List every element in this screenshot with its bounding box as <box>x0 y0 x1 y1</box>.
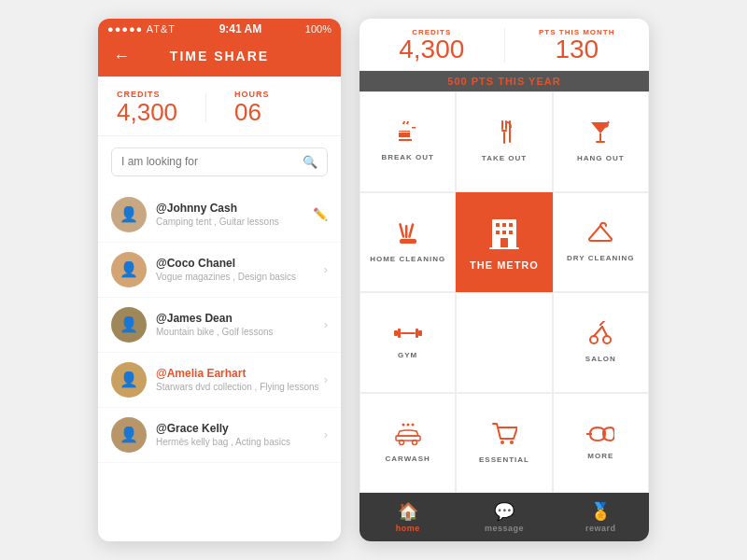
user-list: 👤 @Johnny Cash Camping tent , Guitar les… <box>98 188 341 541</box>
right-credits-stat: CREDITS 4,300 <box>359 28 504 63</box>
user-handle: @Amelia Earhart <box>156 367 324 380</box>
user-info: @Grace Kelly Hermès kelly bag , Acting b… <box>156 422 324 447</box>
svg-point-34 <box>402 423 404 426</box>
scissors-icon <box>589 321 612 349</box>
grid-item-homecleaning[interactable]: HOME CLEANING <box>359 192 456 293</box>
grid-item-essential[interactable]: ESSENTIAL <box>456 393 552 494</box>
homecleaning-label: HOME CLEANING <box>370 255 445 263</box>
hours-value: 06 <box>234 99 270 126</box>
message-icon: 💬 <box>494 501 514 522</box>
svg-rect-24 <box>398 329 401 338</box>
svg-rect-13 <box>400 239 416 244</box>
svg-line-30 <box>594 327 602 336</box>
takeout-label: TAKE OUT <box>482 154 527 162</box>
coffee-icon <box>397 121 419 147</box>
svg-line-32 <box>600 321 604 325</box>
nav-message-label: message <box>485 524 524 533</box>
user-handle: @Coco Chanel <box>156 257 324 270</box>
user-handle: @James Dean <box>156 312 324 325</box>
svg-line-31 <box>602 327 607 336</box>
nav-reward-label: reward <box>585 524 616 533</box>
svg-rect-6 <box>599 133 601 141</box>
avatar: 👤 <box>111 362 147 398</box>
more-icon <box>586 426 614 446</box>
grid-item-carwash[interactable]: CARWASH <box>359 393 456 494</box>
left-panel: ●●●●● AT&T 9:41 AM 100% ← TIME SHARE CRE… <box>98 19 341 541</box>
svg-rect-25 <box>401 332 416 334</box>
hours-stat: HOURS 06 <box>234 90 270 126</box>
svg-rect-36 <box>396 436 420 441</box>
cart-icon <box>491 422 517 450</box>
grid-item-salon[interactable]: SALON <box>553 292 649 393</box>
svg-point-38 <box>412 440 416 444</box>
stats-row: CREDITS 4,300 HOURS 06 <box>98 77 341 136</box>
svg-rect-0 <box>501 120 503 130</box>
grid-item-takeout[interactable]: TAKE OUT <box>456 91 552 192</box>
right-panel: CREDITS 4,300 PTS THIS MONTH 130 500 PTS… <box>359 19 649 541</box>
list-item[interactable]: 👤 @Coco Chanel Vogue magazines , Design … <box>98 243 341 298</box>
chevron-right-icon: › <box>324 427 328 441</box>
svg-point-39 <box>500 441 504 444</box>
cocktail-icon <box>589 120 612 148</box>
search-input[interactable] <box>121 155 303 168</box>
svg-rect-18 <box>496 231 500 234</box>
list-item[interactable]: 👤 @James Dean Mountain bike , Golf lesso… <box>98 298 341 353</box>
services-grid: BREAK OUT TAKE OUT <box>359 91 649 493</box>
list-item[interactable]: 👤 @Amelia Earhart Starwars dvd collectio… <box>98 353 341 408</box>
pts-text: PTS THIS YEAR <box>468 76 561 87</box>
svg-rect-7 <box>596 141 605 143</box>
grid-item-hangout[interactable]: HANG OUT <box>553 91 649 192</box>
carwash-icon <box>392 423 424 449</box>
chevron-right-icon: › <box>324 372 328 386</box>
status-time: 9:41 AM <box>219 22 262 35</box>
hangout-label: HANG OUT <box>577 154 625 162</box>
grid-item-more[interactable]: MORE <box>553 393 649 494</box>
avatar: 👤 <box>111 417 147 453</box>
breakout-label: BREAK OUT <box>381 153 434 161</box>
nav-home[interactable]: 🏠 home <box>359 493 456 541</box>
bottom-nav: 🏠 home 💬 message 🏅 reward <box>359 493 649 541</box>
svg-rect-27 <box>418 330 422 336</box>
svg-rect-11 <box>405 225 408 238</box>
stat-divider <box>205 93 206 122</box>
user-info: @Johnny Cash Camping tent , Guitar lesso… <box>156 202 313 227</box>
right-credits-value: 4,300 <box>359 36 504 63</box>
right-pts-stat: PTS THIS MONTH 130 <box>505 28 650 63</box>
user-desc: Vogue magazines , Design basics <box>156 272 324 282</box>
user-desc: Hermès kelly bag , Acting basics <box>156 437 324 447</box>
svg-rect-23 <box>394 330 398 336</box>
list-item[interactable]: 👤 @Johnny Cash Camping tent , Guitar les… <box>98 188 341 243</box>
user-desc: Starwars dvd collection , Flying lessons <box>156 382 324 392</box>
back-button[interactable]: ← <box>113 47 130 66</box>
svg-rect-2 <box>501 130 507 132</box>
list-item[interactable]: 👤 @Grace Kelly Hermès kelly bag , Acting… <box>98 408 341 463</box>
svg-rect-3 <box>503 132 505 144</box>
signal-dots: ●●●●● AT&T <box>107 23 176 35</box>
metro-label: THE METRO <box>470 259 539 271</box>
grid-item-spacer <box>456 292 552 393</box>
building-icon <box>488 214 520 254</box>
page-title: TIME SHARE <box>170 49 269 63</box>
user-handle: @Johnny Cash <box>156 202 313 215</box>
grid-item-breakout[interactable]: BREAK OUT <box>359 91 456 192</box>
search-bar[interactable]: 🔍 <box>111 147 328 176</box>
user-info: @Coco Chanel Vogue magazines , Design ba… <box>156 257 324 282</box>
home-icon: 🏠 <box>398 501 418 522</box>
drycleaning-label: DRY CLEANING <box>567 254 634 262</box>
reward-icon: 🏅 <box>590 501 611 522</box>
svg-rect-1 <box>505 120 507 130</box>
more-label: MORE <box>587 452 613 460</box>
svg-point-33 <box>406 423 409 426</box>
edit-icon[interactable]: ✏️ <box>313 207 328 221</box>
svg-point-37 <box>399 440 403 444</box>
essential-label: ESSENTIAL <box>479 455 529 464</box>
grid-item-gym[interactable]: GYM <box>359 292 456 393</box>
grid-item-metro[interactable]: THE METRO <box>456 192 552 293</box>
nav-reward[interactable]: 🏅 reward <box>553 493 649 541</box>
nav-message[interactable]: 💬 message <box>456 493 552 541</box>
broom-icon <box>396 221 420 249</box>
salon-label: SALON <box>585 355 616 363</box>
svg-rect-10 <box>399 223 405 238</box>
chevron-right-icon: › <box>324 262 328 276</box>
grid-item-drycleaning[interactable]: DRY CLEANING <box>553 192 649 293</box>
